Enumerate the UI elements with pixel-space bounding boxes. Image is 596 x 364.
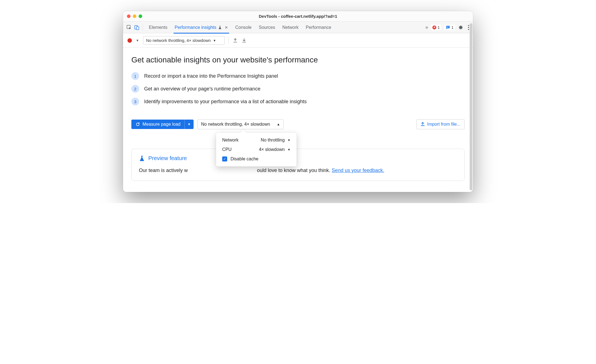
action-row: Measure page load ▼ No network throttlin… — [131, 119, 465, 129]
step-number: 3 — [131, 98, 139, 105]
error-count: 1 — [437, 25, 440, 30]
throttling-dropdown-2[interactable]: No network throttling, 4× slowdown ▲ — [197, 119, 284, 129]
settings-icon[interactable] — [458, 25, 464, 30]
flask-icon — [218, 26, 222, 29]
inspect-element-icon[interactable] — [125, 24, 133, 31]
import-from-file-button[interactable]: Import from file... — [416, 119, 465, 129]
record-dropdown[interactable]: ▼ — [136, 39, 139, 42]
tab-console[interactable]: Console — [235, 22, 252, 33]
disable-cache-checkbox[interactable]: ✓ — [222, 156, 227, 161]
step-number: 1 — [131, 72, 139, 80]
popover-cpu-row: CPU 4× slowdown ▼ — [222, 147, 291, 152]
network-value: No throttling — [261, 138, 285, 143]
chevron-up-icon: ▲ — [277, 122, 280, 126]
step-text: Identify improvements to your performanc… — [144, 99, 307, 105]
import-label: Import from file... — [427, 122, 460, 127]
record-button[interactable] — [127, 38, 132, 43]
step-text: Record or import a trace into the Perfor… — [144, 73, 278, 79]
export-icon[interactable] — [233, 38, 238, 43]
feedback-link[interactable]: Send us your feedback. — [332, 168, 384, 173]
svg-point-7 — [468, 29, 469, 30]
window-controls — [123, 14, 142, 18]
network-select[interactable]: No throttling ▼ — [261, 138, 291, 143]
measure-label: Measure page load — [142, 122, 181, 127]
chevron-down-icon: ▼ — [287, 148, 291, 151]
errors-badge[interactable]: ✕ 1 — [431, 25, 441, 30]
cpu-value: 4× slowdown — [259, 147, 285, 152]
tab-network[interactable]: Network — [282, 22, 299, 33]
window-title: DevTools - coffee-cart.netlify.app/?ad=1 — [123, 14, 473, 19]
scrollbar[interactable] — [470, 23, 472, 190]
device-toolbar-icon[interactable] — [133, 24, 141, 31]
step-item: 1 Record or import a trace into the Perf… — [131, 72, 465, 80]
popover-network-row: Network No throttling ▼ — [222, 138, 291, 143]
close-window-button[interactable] — [127, 14, 131, 18]
preview-text: Our team is actively working on this fea… — [139, 166, 457, 175]
step-text: Get an overview of your page's runtime p… — [144, 86, 261, 92]
throttling-label-2: No network throttling, 4× slowdown — [201, 122, 270, 127]
tab-sources[interactable]: Sources — [259, 22, 275, 33]
close-tab-icon[interactable]: ✕ — [225, 25, 228, 30]
network-label: Network — [222, 138, 239, 143]
upload-icon — [420, 122, 425, 127]
error-icon: ✕ — [432, 26, 436, 29]
import-icon[interactable] — [242, 38, 247, 43]
cpu-select[interactable]: 4× slowdown ▼ — [259, 147, 291, 152]
insights-toolbar: ▼ No network throttling, 4× slowdown ▼ — [123, 33, 473, 48]
cpu-label: CPU — [222, 147, 232, 152]
tab-performance[interactable]: Performance — [306, 22, 331, 33]
page-headline: Get actionable insights on your website'… — [131, 55, 465, 64]
throttling-popover: Network No throttling ▼ CPU 4× slowdown … — [216, 133, 297, 166]
svg-point-6 — [468, 27, 469, 28]
devtools-window: DevTools - coffee-cart.netlify.app/?ad=1… — [123, 11, 473, 192]
minimize-window-button[interactable] — [133, 14, 136, 18]
message-count: 1 — [451, 25, 454, 30]
preview-feature-card: Preview feature Our team is actively wor… — [131, 149, 465, 181]
panel-tabs: Elements Performance insights ✕ Console … — [149, 22, 331, 33]
preview-text-before: Our team is actively w — [139, 168, 188, 173]
svg-rect-4 — [447, 27, 448, 27]
chevron-down-icon: ▼ — [287, 138, 291, 142]
messages-badge[interactable]: 1 — [444, 25, 455, 30]
chevron-down-icon: ▼ — [213, 39, 216, 42]
message-icon — [446, 25, 450, 30]
measure-dropdown-button[interactable]: ▼ — [184, 120, 194, 129]
panel-content: Get actionable insights on your website'… — [123, 48, 473, 192]
step-item: 3 Identify improvements to your performa… — [131, 98, 465, 105]
preview-title: Preview feature — [148, 155, 187, 161]
measure-page-load-button[interactable]: Measure page load — [131, 120, 184, 129]
preview-text-after: ould love to know what you think. — [257, 168, 332, 173]
divider — [142, 24, 143, 31]
svg-rect-3 — [447, 27, 449, 27]
svg-point-5 — [468, 25, 469, 26]
tab-bar: Elements Performance insights ✕ Console … — [123, 22, 473, 33]
flask-icon — [139, 155, 145, 161]
tab-performance-insights[interactable]: Performance insights ✕ — [175, 22, 228, 33]
throttling-label: No network throttling, 4× slowdown — [146, 38, 211, 43]
maximize-window-button[interactable] — [139, 14, 142, 18]
more-tabs-icon[interactable]: » — [425, 24, 428, 30]
tab-elements[interactable]: Elements — [149, 22, 167, 33]
measure-split-button: Measure page load ▼ — [131, 120, 194, 129]
step-number: 2 — [131, 85, 139, 93]
disable-cache-label: Disable cache — [231, 156, 259, 161]
throttling-select[interactable]: No network throttling, 4× slowdown ▼ — [143, 36, 225, 45]
titlebar: DevTools - coffee-cart.netlify.app/?ad=1 — [123, 11, 473, 22]
disable-cache-row: ✓ Disable cache — [222, 156, 291, 161]
steps-list: 1 Record or import a trace into the Perf… — [131, 72, 465, 105]
preview-header: Preview feature — [139, 155, 457, 161]
reload-icon — [135, 122, 140, 127]
divider — [229, 37, 229, 44]
step-item: 2 Get an overview of your page's runtime… — [131, 85, 465, 93]
svg-rect-2 — [136, 27, 139, 30]
tab-label: Performance insights — [175, 25, 216, 30]
